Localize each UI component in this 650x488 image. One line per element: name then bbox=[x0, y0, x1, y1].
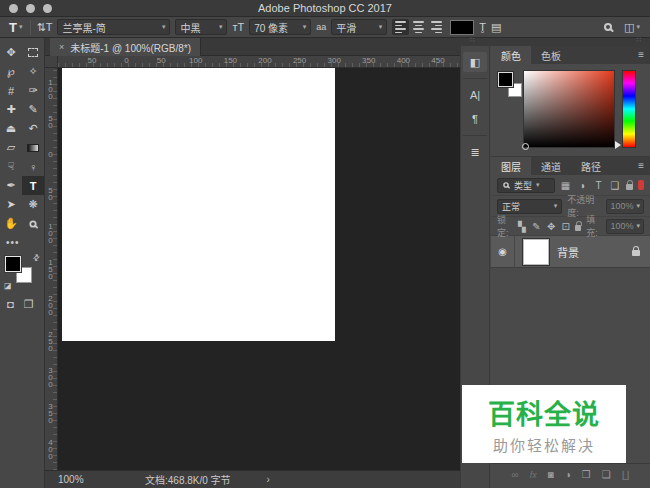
filter-pixel-layers-icon[interactable]: ▦ bbox=[560, 180, 572, 191]
ruler-label: 0 bbox=[124, 56, 128, 65]
filter-shape-layers-icon[interactable]: ❑ bbox=[609, 180, 621, 191]
workspace-switcher[interactable]: ◫ ▾ bbox=[624, 21, 640, 34]
link-layers-icon[interactable]: ∞ bbox=[512, 469, 519, 480]
layer-visibility-toggle[interactable]: ◉ bbox=[491, 236, 515, 268]
hue-slider-cursor[interactable] bbox=[615, 141, 621, 149]
foreground-color-swatch[interactable] bbox=[5, 256, 21, 272]
new-layer-icon[interactable]: ❏ bbox=[602, 469, 611, 480]
layer-thumbnail[interactable] bbox=[523, 239, 549, 265]
tool-preset-picker[interactable]: T ▾ bbox=[6, 20, 25, 35]
edit-toolbar-button[interactable]: ••• bbox=[0, 233, 44, 250]
layer-mask-icon[interactable]: ◙ bbox=[548, 469, 554, 480]
ruler-label: 350 bbox=[46, 402, 54, 423]
character-panel-icon[interactable]: A| bbox=[463, 85, 487, 105]
ruler-label: 250 bbox=[46, 330, 54, 351]
font-size-select[interactable]: 70 像素 ▾ bbox=[249, 19, 311, 35]
panel-menu-icon[interactable]: ≡ bbox=[638, 49, 644, 60]
zoom-tool[interactable] bbox=[22, 214, 44, 233]
eraser-tool[interactable]: ▱ bbox=[0, 138, 22, 157]
lasso-tool[interactable]: ℘ bbox=[0, 62, 22, 81]
lock-position-icon[interactable]: ✥ bbox=[546, 221, 556, 232]
dock-grip-icon[interactable]: ∷ bbox=[637, 36, 642, 44]
tab-channels[interactable]: 通道 bbox=[531, 157, 571, 175]
quick-selection-tool[interactable]: ✧ bbox=[22, 62, 44, 81]
lock-transparency-icon[interactable]: ▚ bbox=[517, 221, 527, 232]
swap-colors-icon[interactable]: ⇄ bbox=[31, 252, 42, 263]
filter-type-layers-icon[interactable]: T bbox=[593, 180, 605, 191]
color-picker-cursor[interactable] bbox=[522, 143, 529, 150]
healing-brush-tool[interactable]: ✚ bbox=[0, 100, 22, 119]
new-group-icon[interactable]: ❒ bbox=[582, 469, 591, 480]
layer-row-background[interactable]: ◉ 背景 bbox=[491, 236, 650, 268]
custom-shape-tool[interactable]: ❋ bbox=[22, 195, 44, 214]
clone-stamp-tool[interactable]: ⏏ bbox=[0, 119, 22, 138]
anti-alias-select[interactable]: 平滑 ▾ bbox=[331, 19, 387, 35]
chevron-down-icon: ▾ bbox=[19, 23, 23, 31]
align-right-button[interactable] bbox=[428, 19, 445, 35]
ruler-label: 200 bbox=[258, 56, 271, 65]
marquee-tool[interactable] bbox=[22, 43, 44, 62]
font-family-select[interactable]: 兰亭黑-简 ▾ bbox=[57, 19, 170, 35]
delete-layer-icon[interactable]: ∐ bbox=[622, 469, 630, 480]
layer-filter-select[interactable]: 类型 ▾ bbox=[497, 178, 555, 193]
fill-select[interactable]: 100% ▾ bbox=[606, 219, 644, 234]
align-center-button[interactable] bbox=[410, 19, 427, 35]
hand-tool[interactable]: ✋ bbox=[0, 214, 22, 233]
glyphs-panel-icon[interactable]: ≣ bbox=[463, 142, 487, 162]
adjustment-layer-icon[interactable]: ◑ bbox=[565, 469, 571, 480]
screen-mode-button[interactable]: ❐ bbox=[24, 298, 34, 311]
dodge-tool[interactable]: ♀ bbox=[22, 157, 44, 176]
watermark-title: 百科全说 bbox=[488, 393, 600, 432]
lock-all-icon[interactable] bbox=[575, 225, 581, 231]
document-tab[interactable]: × 未标题-1 @ 100%(RGB/8*) bbox=[50, 38, 201, 56]
default-colors-icon[interactable]: ◪ bbox=[4, 281, 12, 290]
brush-tool[interactable]: ✎ bbox=[22, 100, 44, 119]
type-tool[interactable]: T bbox=[22, 176, 44, 195]
font-style-select[interactable]: 中黑 ▾ bbox=[175, 19, 227, 35]
tab-layers[interactable]: 图层 bbox=[491, 157, 531, 175]
lock-icon bbox=[632, 250, 640, 256]
opacity-select[interactable]: 100% ▾ bbox=[606, 199, 644, 214]
align-left-button[interactable] bbox=[392, 19, 409, 35]
document-canvas[interactable] bbox=[62, 68, 335, 341]
smudge-tool[interactable]: ☟ bbox=[0, 157, 22, 176]
text-orientation-icon[interactable]: ⇅T bbox=[36, 21, 52, 34]
layer-effects-icon[interactable]: fx bbox=[530, 470, 537, 480]
vertical-ruler[interactable]: 100 50 0 50 100 150 200 250 300 350 400 … bbox=[45, 68, 58, 470]
foreground-color-chip[interactable] bbox=[498, 72, 513, 87]
blend-mode-select[interactable]: 正常 ▾ bbox=[497, 199, 562, 214]
warp-text-icon[interactable]: T̮ bbox=[479, 21, 486, 33]
zoom-level[interactable]: 100% bbox=[45, 474, 115, 485]
search-icon[interactable] bbox=[604, 23, 612, 31]
chevron-down-icon: ▾ bbox=[536, 181, 540, 189]
filter-toggle-icon[interactable] bbox=[638, 180, 644, 190]
tab-swatches[interactable]: 色板 bbox=[531, 46, 571, 64]
crop-tool[interactable]: # bbox=[0, 81, 22, 100]
chevron-down-icon: ▾ bbox=[636, 202, 640, 210]
saturation-brightness-field[interactable] bbox=[523, 70, 615, 148]
filter-adjustment-layers-icon[interactable]: ◑ bbox=[576, 180, 588, 191]
paragraph-panel-icon[interactable]: ¶ bbox=[463, 109, 487, 129]
pen-tool[interactable]: ✒ bbox=[0, 176, 22, 195]
lock-pixels-icon[interactable]: ✎ bbox=[532, 221, 542, 232]
dock-grip-icon[interactable]: ∷ bbox=[470, 36, 475, 44]
tab-paths[interactable]: 路径 bbox=[571, 157, 611, 175]
quick-mask-button[interactable]: ◘ bbox=[7, 298, 14, 311]
eyedropper-tool[interactable]: ✑ bbox=[22, 81, 44, 100]
text-color-swatch[interactable] bbox=[450, 20, 474, 35]
close-tab-icon[interactable]: × bbox=[59, 42, 64, 52]
tab-color[interactable]: 颜色 bbox=[491, 46, 531, 64]
toggle-panels-icon[interactable]: ▤ bbox=[491, 21, 501, 34]
panel-menu-icon[interactable]: ≡ bbox=[638, 160, 644, 171]
history-brush-tool[interactable]: ↶ bbox=[22, 119, 44, 138]
hue-slider[interactable] bbox=[622, 70, 636, 148]
horizontal-ruler[interactable]: 50 0 50 100 150 200 250 300 350 400 450 bbox=[58, 56, 460, 68]
lock-artboard-icon[interactable]: ⊡ bbox=[561, 221, 571, 232]
path-selection-tool[interactable]: ➤ bbox=[0, 195, 22, 214]
filter-smart-objects-icon[interactable] bbox=[626, 184, 633, 190]
status-menu-chevron[interactable]: › bbox=[231, 474, 270, 485]
blend-mode-row: 正常 ▾ 不透明度: 100% ▾ bbox=[491, 196, 650, 217]
gradient-tool[interactable] bbox=[22, 138, 44, 157]
move-tool[interactable]: ✥ bbox=[0, 43, 22, 62]
adjustments-panel-icon[interactable]: ◧ bbox=[463, 52, 487, 72]
